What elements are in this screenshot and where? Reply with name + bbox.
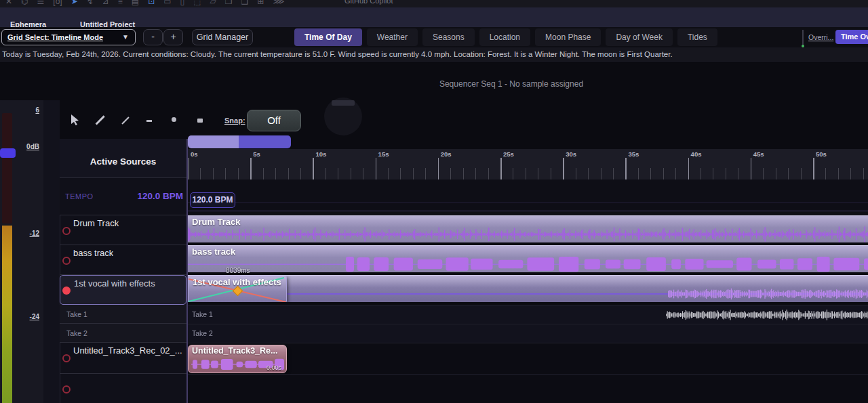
ruler-minor-tick bbox=[663, 168, 664, 179]
record-arm-button[interactable] bbox=[62, 385, 71, 394]
active-sources-header: Active Sources bbox=[60, 139, 186, 178]
record-arm-button-armed[interactable] bbox=[62, 287, 71, 295]
track-row-vocal-selected[interactable]: 1st vocal with effects bbox=[60, 275, 186, 305]
toolbar-icon: [o] bbox=[53, 0, 62, 6]
toolbar-icon: ⊞ bbox=[257, 0, 264, 6]
ruler-minor-tick bbox=[650, 168, 651, 179]
tab-location[interactable]: Location bbox=[479, 28, 530, 46]
toolbar-icon: ⬚ bbox=[193, 0, 201, 6]
snap-toggle-button[interactable]: Off bbox=[247, 110, 301, 131]
conditions-status-bar: Today is Tuesday, Feb 24th, 2026. Curren… bbox=[0, 47, 868, 63]
meter-scale-0db: 0dB bbox=[3, 143, 39, 150]
timeline-ruler[interactable]: 0s5s10s15s20s25s30s35s40s45s50s bbox=[188, 149, 868, 180]
track-name-untitled: Untitled_Track3_Rec_02_... bbox=[73, 345, 182, 356]
time-override-button[interactable]: Time Overr bbox=[835, 30, 868, 44]
dot-tool-icon[interactable] bbox=[172, 117, 176, 122]
zoom-in-button[interactable]: + bbox=[163, 29, 183, 45]
vocal-track-clip[interactable]: 1st vocal with effects bbox=[188, 275, 868, 302]
ruler-tick-label: 0s bbox=[191, 150, 198, 158]
take1-name: Take 1 bbox=[66, 310, 87, 318]
tempo-automation-line bbox=[188, 203, 868, 203]
pencil-tool-icon[interactable] bbox=[96, 115, 105, 125]
meter-scale-minus24: -24 bbox=[3, 313, 39, 320]
tab-time-of-day[interactable]: Time Of Day bbox=[294, 28, 362, 46]
square-tool-icon[interactable] bbox=[197, 119, 203, 123]
ruler-minor-tick bbox=[300, 168, 301, 179]
dash-tool-icon[interactable] bbox=[146, 120, 152, 122]
ruler-minor-tick bbox=[638, 168, 639, 179]
override-link[interactable]: Overri... bbox=[808, 33, 833, 41]
meter-panel-gutter bbox=[43, 100, 60, 403]
condition-tab-bar: Time Of Day Weather Seasons Location Moo… bbox=[294, 28, 717, 46]
ruler-minor-tick bbox=[863, 168, 864, 179]
ruler-minor-tick bbox=[225, 168, 226, 179]
ruler-minor-tick bbox=[238, 168, 239, 179]
drum-track-clip[interactable]: Drum Track bbox=[188, 215, 868, 242]
bass-track-clip[interactable]: bass track bbox=[188, 245, 868, 272]
ruler-minor-tick bbox=[400, 168, 401, 179]
tempo-label: TEMPO bbox=[65, 192, 94, 200]
tab-tides[interactable]: Tides bbox=[677, 28, 717, 46]
tempo-value[interactable]: 120.0 BPM bbox=[137, 191, 183, 201]
tab-moon-phase[interactable]: Moon Phase bbox=[535, 28, 601, 46]
ruler-minor-tick bbox=[275, 168, 276, 179]
ruler-minor-tick bbox=[363, 168, 363, 179]
ruler-tick-label: 50s bbox=[816, 150, 827, 158]
track-row-take1[interactable]: Take 1 bbox=[60, 305, 186, 324]
take2-lane[interactable]: Take 2 bbox=[188, 324, 868, 343]
track-row-take2[interactable]: Take 2 bbox=[60, 324, 186, 343]
vocal-fade-subclip[interactable]: 1st vocal with effects bbox=[188, 276, 287, 302]
tab-day-of-week[interactable]: Day of Week bbox=[606, 28, 672, 46]
toolbar-icon: ▭ bbox=[163, 0, 171, 6]
track-row-untitled[interactable]: Untitled_Track3_Rec_02_... bbox=[60, 343, 186, 374]
ruler-major-tick bbox=[376, 158, 377, 179]
drum-clip-label: Drum Track bbox=[192, 217, 241, 227]
ruler-major-tick bbox=[563, 158, 564, 179]
ruler-minor-tick bbox=[588, 168, 589, 179]
grid-manager-button[interactable]: Grid Manager bbox=[192, 29, 253, 45]
ruler-minor-tick bbox=[601, 168, 601, 179]
track-row-empty[interactable] bbox=[60, 374, 186, 403]
volume-fader-track[interactable] bbox=[2, 113, 12, 224]
untitled-recording-clip[interactable]: Untitled_Track3_Re... 0.00s bbox=[188, 345, 287, 373]
ruler-minor-tick bbox=[675, 168, 676, 179]
ruler-major-tick bbox=[500, 158, 502, 179]
ruler-minor-tick bbox=[551, 168, 551, 179]
tempo-badge[interactable]: 120.0 BPM bbox=[190, 192, 235, 208]
untitled-track-lane[interactable]: Untitled_Track3_Re... 0.00s bbox=[188, 343, 868, 375]
tempo-row[interactable]: TEMPO 120.0 BPM bbox=[60, 178, 186, 215]
pointer-tool-icon[interactable] bbox=[70, 114, 81, 126]
empty-lane[interactable] bbox=[188, 374, 868, 403]
ruler-minor-tick bbox=[425, 168, 426, 179]
line-tool-icon[interactable] bbox=[121, 116, 129, 124]
ruler-minor-tick bbox=[838, 168, 839, 179]
grid-select-dropdown[interactable]: Grid Select: Timeline Mode ▼ bbox=[1, 29, 136, 45]
ruler-minor-tick bbox=[538, 168, 538, 179]
toolbar-icon: ✕ bbox=[5, 0, 12, 6]
record-arm-button[interactable] bbox=[62, 257, 71, 265]
toolbar-icon: ❑ bbox=[241, 0, 249, 6]
toolbar-icons: ✕⌬☰[o]➤↯⊿≡▤⊡▭▯⬚▱❐❑⊞⋙ bbox=[5, 0, 293, 7]
loop-selection-segment-a[interactable] bbox=[188, 135, 239, 148]
ruler-minor-tick bbox=[776, 168, 776, 179]
zoom-out-button[interactable]: - bbox=[143, 29, 163, 45]
untitled-clip-label: Untitled_Track3_Re... bbox=[192, 346, 277, 356]
untitled-clip-time: 0.00s bbox=[267, 364, 281, 371]
tempo-lane[interactable]: 120.0 BPM bbox=[188, 179, 868, 215]
track-row-drum[interactable]: Drum Track bbox=[60, 215, 186, 245]
take1-lane[interactable]: Take 1 bbox=[188, 305, 868, 324]
toolbar-icon: ▱ bbox=[210, 0, 216, 6]
toolbar-icon: ⌬ bbox=[21, 0, 28, 6]
vocal-clip-length-label: 8039ms bbox=[226, 267, 250, 274]
take2-name: Take 2 bbox=[66, 329, 87, 337]
toolbar-icon: ▯ bbox=[180, 0, 185, 6]
loop-selection-segment-b[interactable] bbox=[239, 135, 291, 148]
tab-seasons[interactable]: Seasons bbox=[422, 28, 475, 46]
tab-weather[interactable]: Weather bbox=[367, 28, 418, 46]
track-row-bass[interactable]: bass track bbox=[60, 245, 186, 275]
ruler-tick-label: 15s bbox=[378, 150, 389, 158]
record-arm-button[interactable] bbox=[62, 354, 71, 362]
ruler-minor-tick bbox=[850, 168, 851, 179]
record-arm-button[interactable] bbox=[62, 227, 71, 235]
ruler-minor-tick bbox=[513, 168, 513, 179]
